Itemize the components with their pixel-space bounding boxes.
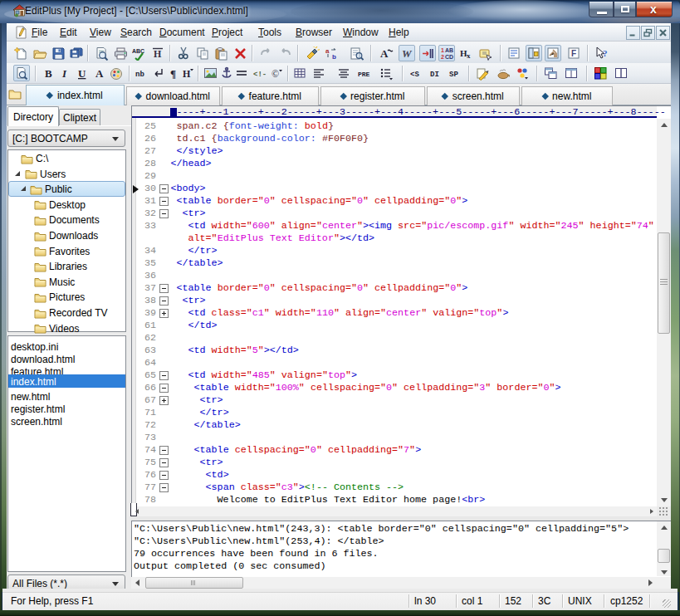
svg-text:AB: AB — [445, 47, 453, 53]
svg-text:H: H — [154, 48, 162, 60]
svg-text:2: 2 — [441, 54, 444, 60]
svg-text:¶: ¶ — [170, 67, 176, 80]
svg-text:A: A — [380, 47, 389, 60]
svg-text:1: 1 — [441, 47, 444, 53]
svg-text:F: F — [571, 49, 576, 58]
svg-text:CD: CD — [445, 54, 453, 60]
svg-text:<!-: <!- — [253, 71, 267, 79]
svg-text:H: H — [183, 68, 191, 80]
svg-text:U: U — [78, 67, 86, 80]
svg-text:©: © — [272, 68, 279, 80]
svg-text:A: A — [95, 67, 104, 80]
svg-text:<S: <S — [410, 71, 419, 79]
svg-text:PRE: PRE — [358, 71, 370, 78]
svg-text:DI: DI — [430, 71, 439, 79]
svg-text:B: B — [45, 67, 52, 80]
svg-text:x: x — [467, 51, 471, 60]
svg-text:?: ? — [603, 48, 608, 58]
svg-text:SP: SP — [449, 71, 458, 79]
svg-text:W: W — [402, 47, 413, 60]
svg-text:a: a — [325, 47, 330, 55]
svg-text:I: I — [61, 67, 67, 80]
svg-text:b: b — [332, 53, 336, 61]
svg-text:nb: nb — [135, 71, 144, 79]
